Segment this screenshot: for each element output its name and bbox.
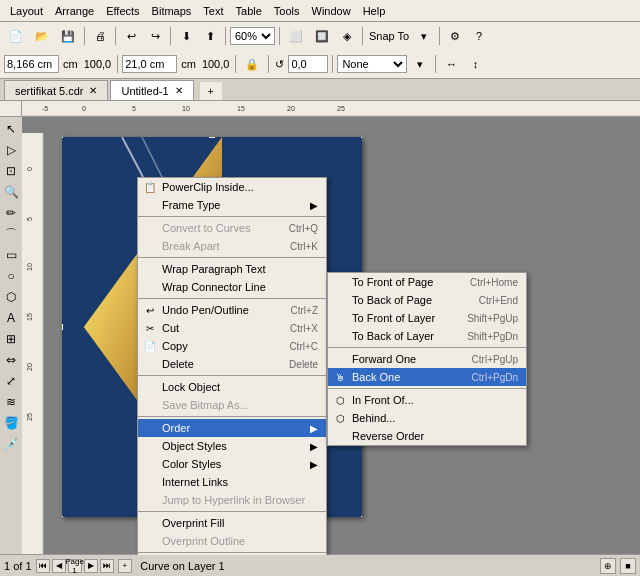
sub-forward-one[interactable]: Forward One Ctrl+PgUp — [328, 350, 526, 368]
import-button[interactable]: ⬇ — [175, 25, 197, 47]
ctx-internet-links[interactable]: Internet Links — [138, 473, 326, 491]
sub-forward-one-shortcut: Ctrl+PgUp — [472, 354, 518, 365]
tab-sertifikat-label: sertifikat 5.cdr — [15, 85, 83, 97]
ctx-powerclip[interactable]: 📋 PowerClip Inside... — [138, 178, 326, 196]
open-button[interactable]: 📂 — [30, 25, 54, 47]
table-tool[interactable]: ⊞ — [1, 329, 21, 349]
undo-button[interactable]: ↩ — [120, 25, 142, 47]
in-front-icon: ⬡ — [332, 392, 348, 408]
help-btn2[interactable]: ? — [468, 25, 490, 47]
eyedropper-tool[interactable]: 💉 — [1, 434, 21, 454]
page-label-btn[interactable]: Page 1 — [68, 559, 82, 573]
view-btn[interactable]: ⬜ — [284, 25, 308, 47]
tab-sertifikat-close[interactable]: ✕ — [89, 85, 97, 96]
ellipse-tool[interactable]: ○ — [1, 266, 21, 286]
ruler-corner — [0, 101, 22, 117]
save-button[interactable]: 💾 — [56, 25, 80, 47]
sub-to-front-layer[interactable]: To Front of Layer Shift+PgUp — [328, 309, 526, 327]
connector-tool[interactable]: ⤢ — [1, 371, 21, 391]
ctx-undo[interactable]: ↩ Undo Pen/Outline Ctrl+Z — [138, 301, 326, 319]
ctx-sep-6 — [138, 511, 326, 512]
zoom-select[interactable]: 60% — [230, 27, 275, 45]
y-input[interactable] — [122, 55, 177, 73]
menu-help[interactable]: Help — [357, 3, 392, 19]
ctx-copy[interactable]: 📄 Copy Ctrl+C — [138, 337, 326, 355]
x-label: cm — [61, 58, 80, 70]
menu-table[interactable]: Table — [230, 3, 268, 19]
new-button[interactable]: 📄 — [4, 25, 28, 47]
sub-in-front-of[interactable]: ⬡ In Front Of... — [328, 391, 526, 409]
blend-tool[interactable]: ≋ — [1, 392, 21, 412]
tab-sertifikat[interactable]: sertifikat 5.cdr ✕ — [4, 80, 108, 100]
ctx-wrap-para[interactable]: Wrap Paragraph Text — [138, 260, 326, 278]
view-btn3[interactable]: ◈ — [336, 25, 358, 47]
tab-untitled[interactable]: Untitled-1 ✕ — [110, 80, 193, 100]
toolbar-separator-6 — [362, 27, 363, 45]
freehand-tool[interactable]: ✏ — [1, 203, 21, 223]
rect-tool[interactable]: ▭ — [1, 245, 21, 265]
print-button[interactable]: 🖨 — [89, 25, 111, 47]
menu-window[interactable]: Window — [306, 3, 357, 19]
mirror-v-btn[interactable]: ↕ — [464, 53, 486, 75]
mirror-h-btn[interactable]: ↔ — [440, 53, 462, 75]
tab-untitled-close[interactable]: ✕ — [175, 85, 183, 96]
ctx-sep-1 — [138, 216, 326, 217]
menu-tools[interactable]: Tools — [268, 3, 306, 19]
options-btn[interactable]: ⚙ — [444, 25, 466, 47]
none-select[interactable]: None — [337, 55, 407, 73]
ctx-object-styles[interactable]: Object Styles ▶ — [138, 437, 326, 455]
sub-to-back-page[interactable]: To Back of Page Ctrl+End — [328, 291, 526, 309]
sub-to-back-layer[interactable]: To Back of Layer Shift+PgDn — [328, 327, 526, 345]
tab-untitled-label: Untitled-1 — [121, 85, 168, 97]
page-first-btn[interactable]: ⏮ — [36, 559, 50, 573]
new-tab-btn[interactable]: + — [200, 82, 222, 100]
ctx-wrap-connector[interactable]: Wrap Connector Line — [138, 278, 326, 296]
fill-tool[interactable]: 🪣 — [1, 413, 21, 433]
menu-effects[interactable]: Effects — [100, 3, 145, 19]
sub-behind[interactable]: ⬡ Behind... — [328, 409, 526, 427]
menu-text[interactable]: Text — [197, 3, 229, 19]
select-tool[interactable]: ↖ — [1, 119, 21, 139]
ctx-overprint-fill-label: Overprint Fill — [162, 517, 224, 529]
page-prev-btn[interactable]: ◀ — [52, 559, 66, 573]
rotate-input[interactable] — [288, 55, 328, 73]
color-status-icon[interactable]: ■ — [620, 558, 636, 574]
sub-to-front-page[interactable]: To Front of Page Ctrl+Home — [328, 273, 526, 291]
crop-tool[interactable]: ⊡ — [1, 161, 21, 181]
menu-bitmaps[interactable]: Bitmaps — [146, 3, 198, 19]
snap-btn[interactable]: ▾ — [413, 25, 435, 47]
ctx-cut-label: Cut — [162, 322, 179, 334]
sub-back-one[interactable]: 🖱 Back One Ctrl+PgDn — [328, 368, 526, 386]
ctx-overprint-fill[interactable]: Overprint Fill — [138, 514, 326, 532]
shape-tool[interactable]: ▷ — [1, 140, 21, 160]
zoom-tool[interactable]: 🔍 — [1, 182, 21, 202]
sub-to-back-layer-label: To Back of Layer — [352, 330, 434, 342]
menu-layout[interactable]: Layout — [4, 3, 49, 19]
lock-ratio-btn[interactable]: 🔒 — [240, 53, 264, 75]
ruler-vertical: 0 5 10 15 20 25 — [22, 133, 44, 555]
redo-button[interactable]: ↪ — [144, 25, 166, 47]
ctx-delete[interactable]: Delete Delete — [138, 355, 326, 373]
ctx-sep-5 — [138, 416, 326, 417]
dimension-tool[interactable]: ⇔ — [1, 350, 21, 370]
text-tool[interactable]: A — [1, 308, 21, 328]
smart-draw-tool[interactable]: ⌒ — [1, 224, 21, 244]
snap-status-icon[interactable]: ⊕ — [600, 558, 616, 574]
ctx-lock[interactable]: Lock Object — [138, 378, 326, 396]
ctx-overprint-outline-label: Overprint Outline — [162, 535, 245, 547]
menu-arrange[interactable]: Arrange — [49, 3, 100, 19]
view-btn2[interactable]: 🔲 — [310, 25, 334, 47]
export-button[interactable]: ⬆ — [199, 25, 221, 47]
page-next-btn[interactable]: ▶ — [84, 559, 98, 573]
x-input[interactable] — [4, 55, 59, 73]
add-page-btn[interactable]: + — [118, 559, 133, 573]
ctx-order[interactable]: Order ▶ — [138, 419, 326, 437]
page-last-btn[interactable]: ⏭ — [100, 559, 114, 573]
powerclip-icon: 📋 — [142, 179, 158, 195]
sub-reverse-order[interactable]: Reverse Order — [328, 427, 526, 445]
ctx-cut[interactable]: ✂ Cut Ctrl+X — [138, 319, 326, 337]
ctx-color-styles[interactable]: Color Styles ▶ — [138, 455, 326, 473]
none-btn[interactable]: ▾ — [409, 53, 431, 75]
polygon-tool[interactable]: ⬡ — [1, 287, 21, 307]
ctx-frame-type[interactable]: Frame Type ▶ — [138, 196, 326, 214]
